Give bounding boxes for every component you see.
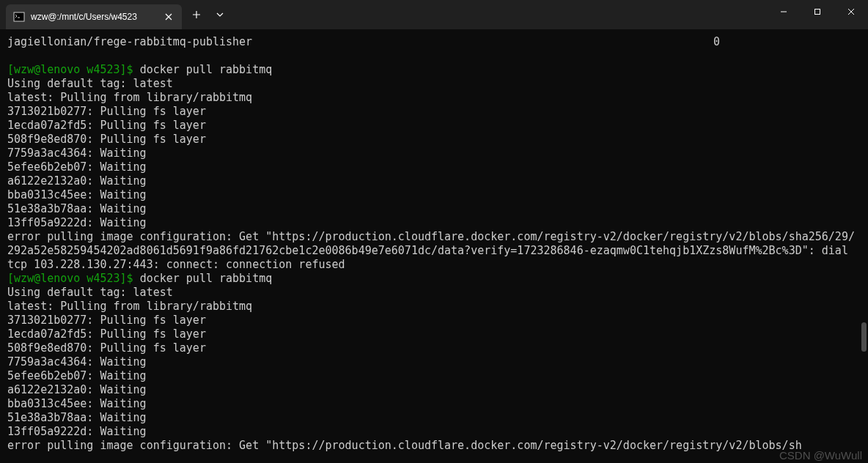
titlebar-left: wzw@:/mnt/c/Users/w4523 <box>0 0 232 29</box>
output-line: 508f9e8ed870: Pulling fs layer <box>7 341 861 355</box>
output-line: latest: Pulling from library/rabbitmq <box>7 300 861 314</box>
close-window-button[interactable] <box>834 0 868 23</box>
output-line: 5efee6b2eb07: Waiting <box>7 369 861 383</box>
window-controls <box>767 0 868 29</box>
minimize-button[interactable] <box>767 0 801 23</box>
terminal-tab[interactable]: wzw@:/mnt/c/Users/w4523 <box>6 4 182 29</box>
maximize-button[interactable] <box>801 0 834 23</box>
output-line: a6122e2132a0: Waiting <box>7 383 861 397</box>
output-error: error pulling image configuration: Get "… <box>7 439 861 453</box>
output-line: 7759a3ac4364: Waiting <box>7 355 861 369</box>
output-line: 3713021b0277: Pulling fs layer <box>7 105 861 119</box>
output-line: 508f9e8ed870: Pulling fs layer <box>7 133 861 147</box>
output-line: bba0313c45ee: Waiting <box>7 188 861 202</box>
output-error: error pulling image configuration: Get "… <box>7 230 861 272</box>
output-line: Using default tag: latest <box>7 286 861 300</box>
output-line: 5efee6b2eb07: Waiting <box>7 160 861 174</box>
shell-prompt: [wzw@lenovo w4523]$ <box>7 63 140 76</box>
shell-prompt: [wzw@lenovo w4523]$ <box>7 272 140 285</box>
close-tab-button[interactable] <box>163 11 174 23</box>
scrollbar-thumb[interactable] <box>861 322 867 352</box>
output-line: latest: Pulling from library/rabbitmq <box>7 91 861 105</box>
output-line: bba0313c45ee: Waiting <box>7 397 861 411</box>
output-line: jagiellonian/frege-rabbitmq-publisher <box>7 35 252 49</box>
output-line: 13ff05a9222d: Waiting <box>7 216 861 230</box>
output-line: a6122e2132a0: Waiting <box>7 174 861 188</box>
output-line: 3713021b0277: Pulling fs layer <box>7 314 861 327</box>
output-line: 51e38a3b78aa: Waiting <box>7 202 861 216</box>
svg-rect-0 <box>14 12 24 21</box>
output-line: 13ff05a9222d: Waiting <box>7 425 861 439</box>
output-line: 1ecda07a2fd5: Pulling fs layer <box>7 327 861 341</box>
output-line: 7759a3ac4364: Waiting <box>7 147 861 160</box>
terminal-output[interactable]: jagiellonian/frege-rabbitmq-publisher0 [… <box>0 29 868 463</box>
new-tab-button[interactable] <box>185 3 208 26</box>
watermark: CSDN @WuWull <box>779 449 862 462</box>
output-value: 0 <box>713 35 720 49</box>
titlebar: wzw@:/mnt/c/Users/w4523 <box>0 0 868 29</box>
terminal-icon <box>13 11 25 23</box>
tab-title: wzw@:/mnt/c/Users/w4523 <box>31 12 157 22</box>
svg-rect-3 <box>815 10 820 15</box>
output-line: 1ecda07a2fd5: Pulling fs layer <box>7 119 861 133</box>
tab-dropdown-button[interactable] <box>208 3 232 26</box>
shell-command: docker pull rabbitmq <box>140 63 273 76</box>
output-line: 51e38a3b78aa: Waiting <box>7 411 861 425</box>
output-line: Using default tag: latest <box>7 77 861 91</box>
shell-command: docker pull rabbitmq <box>140 272 273 285</box>
